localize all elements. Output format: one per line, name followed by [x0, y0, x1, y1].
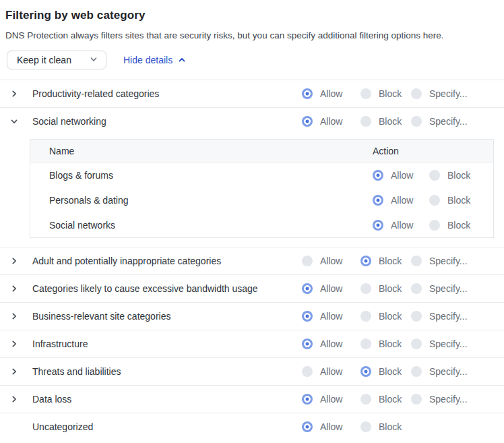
block-label: Block [379, 311, 402, 322]
block-label: Block [379, 116, 402, 127]
allow-radio[interactable] [302, 421, 313, 432]
specify-option[interactable]: Specify... [411, 394, 468, 405]
block-radio[interactable] [429, 195, 440, 206]
specify-radio[interactable] [411, 283, 422, 294]
block-option[interactable]: Block [360, 283, 411, 294]
block-radio[interactable] [429, 170, 440, 181]
block-label: Block [379, 338, 402, 349]
allow-option[interactable]: Allow [302, 394, 360, 405]
block-option[interactable]: Block [429, 170, 470, 181]
allow-radio[interactable] [302, 394, 313, 405]
expand-chevron-icon[interactable] [8, 330, 20, 357]
specify-radio[interactable] [411, 394, 422, 405]
allow-option[interactable]: Allow [302, 311, 360, 322]
category-label: Threats and liabilities [32, 366, 121, 377]
action-options: AllowBlock [373, 187, 470, 212]
allow-radio[interactable] [302, 283, 313, 294]
block-option[interactable]: Block [360, 88, 411, 99]
category-label: Business-relevant site categories [32, 311, 170, 322]
hide-details-link[interactable]: Hide details [123, 55, 186, 65]
expand-chevron-icon[interactable] [8, 303, 20, 330]
block-label: Block [379, 421, 402, 432]
block-option[interactable]: Block [429, 195, 470, 206]
action-options: AllowBlockSpecify... [302, 275, 468, 302]
allow-radio[interactable] [302, 256, 313, 266]
block-label: Block [379, 88, 402, 99]
block-radio[interactable] [360, 421, 371, 432]
specify-label: Specify... [429, 283, 468, 294]
block-radio[interactable] [429, 220, 440, 231]
allow-radio[interactable] [302, 366, 313, 377]
block-option[interactable]: Block [360, 311, 411, 322]
allow-option[interactable]: Allow [302, 283, 360, 294]
specify-radio[interactable] [411, 88, 422, 99]
category-list: Productivity-related categoriesAllowBloc… [0, 80, 504, 440]
category-label: Productivity-related categories [32, 88, 159, 99]
block-option[interactable]: Block [360, 256, 411, 266]
action-options: AllowBlockSpecify... [302, 330, 468, 357]
specify-radio[interactable] [411, 338, 422, 349]
allow-option[interactable]: Allow [302, 421, 360, 432]
allow-option[interactable]: Allow [302, 366, 360, 377]
block-radio[interactable] [360, 88, 371, 99]
specify-option[interactable]: Specify... [411, 88, 468, 99]
expand-chevron-icon[interactable] [8, 247, 20, 274]
allow-radio[interactable] [302, 338, 313, 349]
specify-option[interactable]: Specify... [411, 256, 468, 266]
action-options: AllowBlock [373, 212, 470, 237]
specify-label: Specify... [429, 394, 468, 405]
specify-radio[interactable] [411, 366, 422, 377]
allow-radio[interactable] [373, 170, 383, 181]
allow-radio[interactable] [373, 220, 383, 231]
block-label: Block [447, 195, 470, 206]
preset-dropdown[interactable]: Keep it clean [7, 51, 106, 69]
allow-radio[interactable] [302, 311, 313, 322]
subcategory-table: NameActionBlogs & forumsAllowBlockPerson… [30, 139, 494, 238]
block-radio[interactable] [360, 283, 371, 294]
allow-option[interactable]: Allow [302, 88, 360, 99]
allow-radio[interactable] [302, 116, 313, 127]
block-option[interactable]: Block [429, 220, 470, 231]
allow-option[interactable]: Allow [302, 256, 360, 266]
expand-chevron-icon[interactable] [8, 358, 20, 385]
filter-controls: Keep it clean Hide details [7, 51, 499, 69]
allow-radio[interactable] [373, 195, 383, 206]
category-row: Data lossAllowBlockSpecify... [0, 385, 504, 413]
specify-label: Specify... [429, 311, 468, 322]
specify-option[interactable]: Specify... [411, 311, 468, 322]
expand-chevron-icon[interactable] [8, 386, 20, 413]
allow-option[interactable]: Allow [302, 338, 360, 349]
specify-label: Specify... [429, 256, 468, 266]
block-option[interactable]: Block [360, 366, 411, 377]
block-radio[interactable] [360, 311, 371, 322]
block-option[interactable]: Block [360, 116, 411, 127]
expand-chevron-icon[interactable] [8, 275, 20, 302]
block-radio[interactable] [360, 338, 371, 349]
block-option[interactable]: Block [360, 394, 411, 405]
specify-radio[interactable] [411, 256, 422, 266]
allow-radio[interactable] [302, 88, 313, 99]
specify-option[interactable]: Specify... [411, 116, 468, 127]
subcategory-row: Social networksAllowBlock [30, 212, 493, 237]
expand-chevron-icon[interactable] [8, 80, 20, 107]
block-option[interactable]: Block [360, 338, 411, 349]
specify-radio[interactable] [411, 116, 422, 127]
block-radio[interactable] [360, 256, 371, 266]
specify-option[interactable]: Specify... [411, 366, 468, 377]
allow-label: Allow [320, 394, 342, 405]
specify-radio[interactable] [411, 311, 422, 322]
category-label: Categories likely to cause excessive ban… [32, 283, 258, 294]
collapse-chevron-icon[interactable] [8, 108, 20, 135]
specify-option[interactable]: Specify... [411, 283, 468, 294]
block-label: Block [379, 394, 402, 405]
block-radio[interactable] [360, 116, 371, 127]
allow-option[interactable]: Allow [373, 220, 429, 231]
allow-option[interactable]: Allow [373, 195, 429, 206]
block-radio[interactable] [360, 394, 371, 405]
allow-label: Allow [320, 256, 342, 266]
allow-option[interactable]: Allow [373, 170, 429, 181]
block-radio[interactable] [360, 366, 371, 377]
specify-option[interactable]: Specify... [411, 338, 468, 349]
allow-option[interactable]: Allow [302, 116, 360, 127]
block-option[interactable]: Block [360, 421, 411, 432]
